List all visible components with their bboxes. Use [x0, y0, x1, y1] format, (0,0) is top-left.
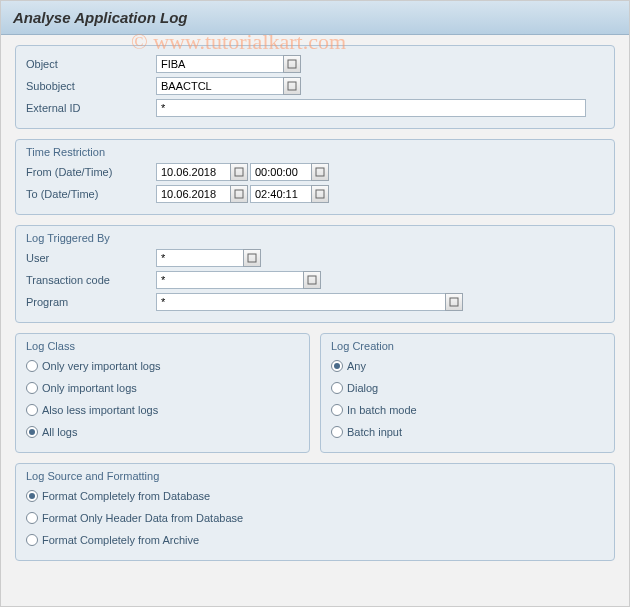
panel-time-title: Time Restriction	[26, 146, 604, 158]
radio-label: Only very important logs	[42, 360, 161, 372]
to-time-input[interactable]	[250, 185, 312, 203]
tcode-label: Transaction code	[26, 274, 156, 286]
page-title: Analyse Application Log	[1, 1, 629, 35]
tcode-input[interactable]	[156, 271, 304, 289]
to-label: To (Date/Time)	[26, 188, 156, 200]
help-icon[interactable]	[283, 55, 301, 73]
radio-log-creation-1[interactable]: Dialog	[331, 378, 604, 398]
radio-icon	[331, 382, 343, 394]
radio-label: All logs	[42, 426, 77, 438]
radio-source-2[interactable]: Format Completely from Archive	[26, 530, 604, 550]
radio-source-0[interactable]: Format Completely from Database	[26, 486, 604, 506]
help-icon[interactable]	[283, 77, 301, 95]
help-icon[interactable]	[230, 163, 248, 181]
panel-source-title: Log Source and Formatting	[26, 470, 604, 482]
radio-icon	[26, 404, 38, 416]
help-icon[interactable]	[243, 249, 261, 267]
panel-top: Object Subobject External ID	[15, 45, 615, 129]
radio-log-class-3[interactable]: All logs	[26, 422, 299, 442]
from-date-input[interactable]	[156, 163, 231, 181]
radio-log-creation-0[interactable]: Any	[331, 356, 604, 376]
from-label: From (Date/Time)	[26, 166, 156, 178]
object-label: Object	[26, 58, 156, 70]
panel-time: Time Restriction From (Date/Time) To (Da…	[15, 139, 615, 215]
help-icon[interactable]	[311, 185, 329, 203]
svg-rect-4	[235, 190, 243, 198]
subobject-input[interactable]	[156, 77, 284, 95]
radio-label: Also less important logs	[42, 404, 158, 416]
svg-rect-3	[316, 168, 324, 176]
user-input[interactable]	[156, 249, 244, 267]
external-id-input[interactable]	[156, 99, 586, 117]
radio-icon	[26, 382, 38, 394]
svg-rect-6	[248, 254, 256, 262]
radio-label: In batch mode	[347, 404, 417, 416]
radio-icon	[26, 512, 38, 524]
svg-rect-1	[288, 82, 296, 90]
radio-label: Dialog	[347, 382, 378, 394]
radio-icon	[26, 360, 38, 372]
svg-rect-8	[450, 298, 458, 306]
help-icon[interactable]	[303, 271, 321, 289]
radio-label: Format Completely from Database	[42, 490, 210, 502]
radio-log-class-1[interactable]: Only important logs	[26, 378, 299, 398]
radio-label: Any	[347, 360, 366, 372]
external-id-label: External ID	[26, 102, 156, 114]
radio-log-creation-2[interactable]: In batch mode	[331, 400, 604, 420]
radio-source-1[interactable]: Format Only Header Data from Database	[26, 508, 604, 528]
panel-source: Log Source and Formatting Format Complet…	[15, 463, 615, 561]
from-time-input[interactable]	[250, 163, 312, 181]
help-icon[interactable]	[230, 185, 248, 203]
panel-log-creation-title: Log Creation	[331, 340, 604, 352]
to-date-input[interactable]	[156, 185, 231, 203]
radio-icon	[26, 534, 38, 546]
svg-rect-2	[235, 168, 243, 176]
radio-log-class-0[interactable]: Only very important logs	[26, 356, 299, 376]
radio-label: Batch input	[347, 426, 402, 438]
radio-icon	[331, 360, 343, 372]
panel-log-class-title: Log Class	[26, 340, 299, 352]
svg-rect-5	[316, 190, 324, 198]
radio-icon	[331, 404, 343, 416]
radio-label: Only important logs	[42, 382, 137, 394]
subobject-label: Subobject	[26, 80, 156, 92]
program-input[interactable]	[156, 293, 446, 311]
panel-log-creation: Log Creation Any Dialog In batch mode Ba…	[320, 333, 615, 453]
panel-trigger-title: Log Triggered By	[26, 232, 604, 244]
user-label: User	[26, 252, 156, 264]
object-input[interactable]	[156, 55, 284, 73]
radio-icon	[26, 426, 38, 438]
svg-rect-7	[308, 276, 316, 284]
radio-icon	[331, 426, 343, 438]
radio-label: Format Completely from Archive	[42, 534, 199, 546]
radio-icon	[26, 490, 38, 502]
radio-log-creation-3[interactable]: Batch input	[331, 422, 604, 442]
program-label: Program	[26, 296, 156, 308]
help-icon[interactable]	[311, 163, 329, 181]
panel-trigger: Log Triggered By User Transaction code P…	[15, 225, 615, 323]
radio-log-class-2[interactable]: Also less important logs	[26, 400, 299, 420]
svg-rect-0	[288, 60, 296, 68]
help-icon[interactable]	[445, 293, 463, 311]
panel-log-class: Log Class Only very important logs Only …	[15, 333, 310, 453]
radio-label: Format Only Header Data from Database	[42, 512, 243, 524]
